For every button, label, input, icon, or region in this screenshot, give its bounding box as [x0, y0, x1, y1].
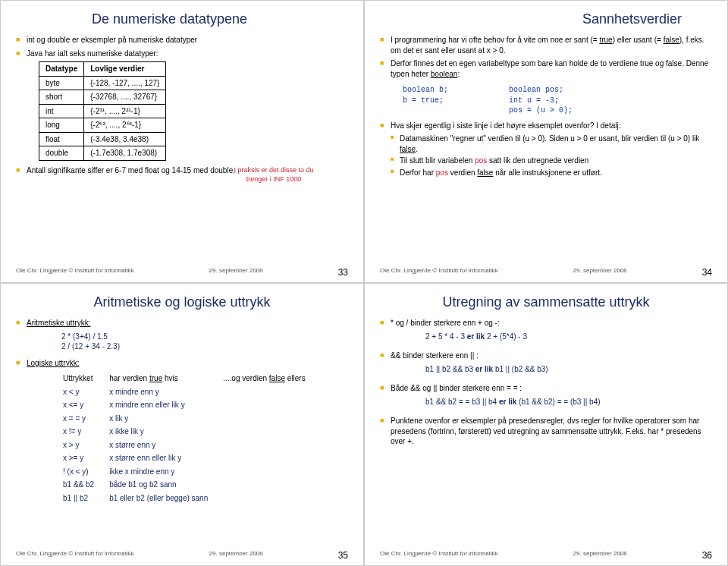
footer-author: Ole Chr. Lingjærde © Institutt for infor… [16, 550, 134, 561]
th: Lovlige verdier [84, 62, 166, 77]
code-left: boolean b; b = true; [403, 85, 448, 116]
code-right: boolean pos; int u = -3; pos = (u > 0); [509, 85, 573, 116]
slide-content: Aritmetiske uttrykk: 2 * (3+4) / 1.5 2 /… [16, 318, 348, 547]
bullet: Java har ialt seks numeriske datatyper: [16, 49, 348, 59]
footer-date: 29. september 2006 [209, 550, 263, 561]
slide-footer: Ole Chr. Lingjærde © Institutt for infor… [16, 550, 348, 561]
slide-content: int og double er eksempler på numeriske … [16, 35, 348, 264]
slide-title: Sannhetsverdier [380, 11, 712, 27]
footer-author: Ole Chr. Lingjærde © Institutt for infor… [380, 267, 498, 278]
bullet: Både && og || binder sterkere enn = = : [380, 383, 712, 394]
slide-35: Aritmetiske og logiske uttrykk Aritmetis… [0, 283, 364, 566]
page-number: 36 [702, 550, 712, 561]
footer-date: 29. september 2006 [573, 550, 627, 561]
footer-author: Ole Chr. Lingjærde © Institutt for infor… [380, 550, 498, 561]
page-number: 35 [338, 550, 348, 561]
logic-table: Uttrykket har verdien true hvis ....og v… [61, 371, 321, 505]
bullet: Hva skjer egentlig i siste linje i det h… [380, 121, 712, 131]
bullet: && binder sterkere enn || : [380, 351, 712, 361]
subbullet: Datamaskinen "regner ut" verdien til (u … [380, 134, 712, 154]
expr-line: 2 * (3+4) / 1.5 [61, 332, 348, 342]
bullet: Antall signifikante siffer er 6-7 med fl… [16, 165, 348, 176]
footer-date: 29. september 2006 [573, 267, 627, 278]
page-number: 34 [702, 267, 712, 278]
page-number: 33 [338, 267, 348, 278]
example-line: b1 && b2 = = b3 || b4 er lik (b1 && b2) … [425, 397, 712, 407]
slide-34: Sannhetsverdier I programmering har vi o… [364, 0, 728, 283]
footer-date: 29. september 2006 [209, 267, 263, 278]
code-columns: boolean b; b = true; boolean pos; int u … [380, 82, 712, 121]
bullet: * og / binder sterkere enn + og -: [380, 318, 712, 329]
footer-author: Ole Chr. Lingjærde © Institutt for infor… [16, 267, 134, 278]
th: Datatype [39, 62, 84, 77]
bullet: Punktene ovenfor er eksempler på presede… [380, 416, 712, 447]
subbullet: Til slutt blir variabelen pos satt lik d… [380, 156, 712, 166]
slide-footer: Ole Chr. Lingjærde © Institutt for infor… [380, 550, 712, 561]
slide-title: De numeriske datatypene [16, 11, 348, 27]
example-line: b1 || b2 && b3 er lik b1 || (b2 && b3) [425, 364, 712, 375]
expr-line: 2 / (12 + 34 - 2.3) [61, 341, 348, 352]
slide-content: I programmering har vi ofte behov for å … [380, 35, 712, 264]
slide-content: * og / binder sterkere enn + og -: 2 + 5… [380, 318, 712, 547]
bullet: Derfor finnes det en egen variabeltype s… [380, 58, 712, 79]
example-line: 2 + 5 * 4 - 3 er lik 2 + (5*4) - 3 [425, 332, 712, 342]
bullet: Logiske uttrykk: [16, 358, 348, 369]
slide-33: De numeriske datatypene int og double er… [0, 0, 364, 283]
bullet: I programmering har vi ofte behov for å … [380, 35, 712, 55]
bullet: Aritmetiske uttrykk: [16, 318, 348, 329]
slide-footer: Ole Chr. Lingjærde © Institutt for infor… [380, 267, 712, 278]
slide-grid: De numeriske datatypene int og double er… [0, 0, 728, 566]
slide-title: Aritmetiske og logiske uttrykk [16, 294, 348, 310]
slide-title: Utregning av sammensatte uttrykk [380, 294, 712, 310]
bullet: int og double er eksempler på numeriske … [16, 35, 348, 46]
slide-36: Utregning av sammensatte uttrykk * og / … [364, 283, 728, 566]
slide-footer: Ole Chr. Lingjærde © Institutt for infor… [16, 267, 348, 278]
subbullet: Derfor har pos verdien false når alle in… [380, 168, 712, 178]
datatype-table: DatatypeLovlige verdier byte{-128, -127,… [39, 61, 166, 161]
